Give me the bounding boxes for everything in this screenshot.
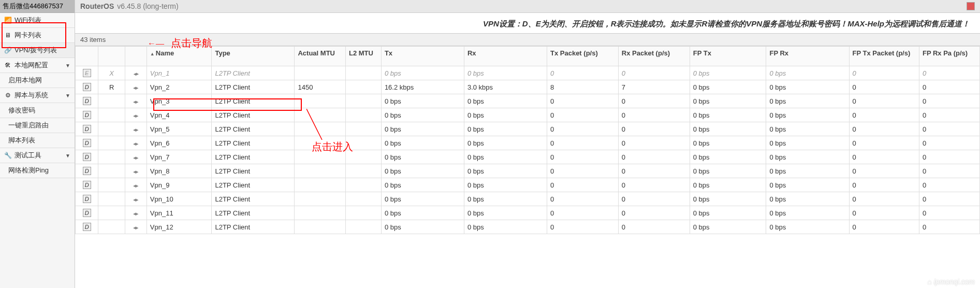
cell-tx: 0 bps (381, 108, 464, 122)
cell-flag[interactable]: D (76, 94, 98, 108)
flag-button[interactable]: D (83, 153, 91, 161)
flag-button[interactable]: E (83, 69, 91, 77)
cell-type: L2TP Client (212, 192, 295, 206)
cell-fprxp: 0 (919, 136, 979, 150)
col-header-7[interactable]: Tx (381, 47, 464, 66)
table-row[interactable]: D◂▸Vpn_5L2TP Client0 bps0 bps000 bps0 bp… (76, 122, 980, 136)
cell-flag[interactable]: D (76, 164, 98, 178)
flag-button[interactable]: D (83, 83, 91, 91)
flag-button[interactable]: D (83, 167, 91, 175)
cell-name: Vpn_5 (147, 122, 212, 136)
cell-type: L2TP Client (212, 122, 295, 136)
table-row[interactable]: D◂▸Vpn_3L2TP Client0 bps0 bps000 bps0 bp… (76, 94, 980, 108)
cell-tx: 0 bps (381, 192, 464, 206)
cell-flag[interactable]: D (76, 192, 98, 206)
cell-fprx: 0 bps (766, 178, 849, 192)
cell-fptx: 0 bps (690, 150, 766, 164)
col-header-label: Tx (385, 49, 392, 57)
sidebar-item-1[interactable]: 🖥网卡列表 (0, 28, 75, 43)
cell-fprxp: 0 (919, 94, 979, 108)
flag-button[interactable]: D (83, 181, 91, 189)
version-label: v6.45.8 (long-term) (117, 2, 178, 10)
flag-button[interactable]: D (83, 195, 91, 203)
cell-l2 (345, 80, 381, 94)
table-row[interactable]: D◂▸Vpn_6L2TP Client0 bps0 bps000 bps0 bp… (76, 136, 980, 150)
table-row[interactable]: D◂▸Vpn_11L2TP Client0 bps0 bps000 bps0 b… (76, 206, 980, 220)
col-header-6[interactable]: L2 MTU (345, 47, 381, 66)
cell-flag[interactable]: D (76, 178, 98, 192)
table-row[interactable]: D◂▸Vpn_8L2TP Client0 bps0 bps000 bps0 bp… (76, 164, 980, 178)
cell-status: X (98, 66, 125, 80)
cell-fptx: 0 bps (690, 206, 766, 220)
col-header-3[interactable]: ▲Name (147, 47, 212, 66)
cell-status (98, 164, 125, 178)
col-header-0[interactable] (76, 47, 98, 66)
cell-flag[interactable]: D (76, 150, 98, 164)
sidebar-item-5[interactable]: ⚙脚本与系统▼ (0, 88, 75, 103)
flag-button[interactable]: D (83, 209, 91, 217)
cell-mtu (295, 220, 345, 234)
cell-txp: 0 (547, 122, 618, 136)
cell-tx: 0 bps (381, 150, 464, 164)
cell-flag[interactable]: D (76, 220, 98, 234)
cell-fprxp: 0 (919, 164, 979, 178)
interface-icon: ◂▸ (133, 182, 138, 189)
cell-fprx: 0 bps (766, 220, 849, 234)
cell-txp: 0 (547, 164, 618, 178)
col-header-4[interactable]: Type (212, 47, 295, 66)
cell-rx: 0 bps (464, 66, 547, 80)
col-header-5[interactable]: Actual MTU (295, 47, 345, 66)
sidebar-item-4[interactable]: 启用本地网 (0, 73, 75, 88)
sidebar-item-10[interactable]: 网络检测Ping (0, 163, 75, 178)
flag-button[interactable]: D (83, 125, 91, 133)
cell-flag[interactable]: E (76, 66, 98, 80)
table-row[interactable]: D◂▸Vpn_4L2TP Client0 bps0 bps000 bps0 bp… (76, 108, 980, 122)
table-row[interactable]: D◂▸Vpn_12L2TP Client0 bps0 bps000 bps0 b… (76, 220, 980, 234)
cell-type: L2TP Client (212, 94, 295, 108)
cell-flag[interactable]: D (76, 136, 98, 150)
col-header-10[interactable]: Rx Packet (p/s) (618, 47, 690, 66)
cell-fprx: 0 bps (766, 94, 849, 108)
flag-button[interactable]: D (83, 139, 91, 147)
table-row[interactable]: D◂▸Vpn_7L2TP Client0 bps0 bps000 bps0 bp… (76, 150, 980, 164)
cell-flag[interactable]: D (76, 206, 98, 220)
table-wrap[interactable]: ▲NameTypeActual MTUL2 MTUTxRxTx Packet (… (75, 46, 980, 288)
cell-l2 (345, 122, 381, 136)
sidebar-item-7[interactable]: 一键重启路由 (0, 118, 75, 133)
col-header-11[interactable]: FP Tx (690, 47, 766, 66)
cell-status (98, 192, 125, 206)
cell-flag[interactable]: D (76, 108, 98, 122)
col-header-1[interactable] (98, 47, 125, 66)
cell-_icon: ◂▸ (125, 94, 147, 108)
sidebar-icon: 🛠 (4, 62, 11, 69)
cell-flag[interactable]: D (76, 122, 98, 136)
cell-flag[interactable]: D (76, 80, 98, 94)
sidebar-item-0[interactable]: 📶WiFi列表 (0, 13, 75, 28)
flag-button[interactable]: D (83, 111, 91, 119)
col-header-13[interactable]: FP Tx Packet (p/s) (849, 47, 919, 66)
col-header-9[interactable]: Tx Packet (p/s) (547, 47, 618, 66)
table-row[interactable]: D◂▸Vpn_10L2TP Client0 bps0 bps000 bps0 b… (76, 192, 980, 206)
col-header-12[interactable]: FP Rx (766, 47, 849, 66)
col-header-14[interactable]: FP Rx Pa (p/s) (919, 47, 979, 66)
flag-button[interactable]: D (83, 223, 91, 231)
col-header-2[interactable] (125, 47, 147, 66)
cell-status (98, 220, 125, 234)
table-row[interactable]: D◂▸Vpn_9L2TP Client0 bps0 bps000 bps0 bp… (76, 178, 980, 192)
table-row[interactable]: EX◂▸Vpn_1L2TP Client0 bps0 bps000 bps0 b… (76, 66, 980, 80)
flag-button[interactable]: D (83, 97, 91, 105)
cell-mtu (295, 108, 345, 122)
cell-fprxp: 0 (919, 108, 979, 122)
cell-fptx: 0 bps (690, 136, 766, 150)
interface-icon: ◂▸ (133, 168, 138, 175)
table-row[interactable]: DR◂▸Vpn_2L2TP Client145016.2 kbps3.0 kbp… (76, 80, 980, 94)
sidebar-item-2[interactable]: 🔗VPN/拨号列表 (0, 43, 75, 58)
cell-l2 (345, 150, 381, 164)
sidebar-item-9[interactable]: 🔧测试工具▼ (0, 148, 75, 163)
sidebar-item-6[interactable]: 修改密码 (0, 103, 75, 118)
col-header-8[interactable]: Rx (464, 47, 547, 66)
sidebar-item-3[interactable]: 🛠本地网配置▼ (0, 58, 75, 73)
sidebar-item-8[interactable]: 脚本列表 (0, 133, 75, 148)
cell-txp: 0 (547, 220, 618, 234)
sidebar-label: 脚本与系统 (14, 91, 48, 100)
